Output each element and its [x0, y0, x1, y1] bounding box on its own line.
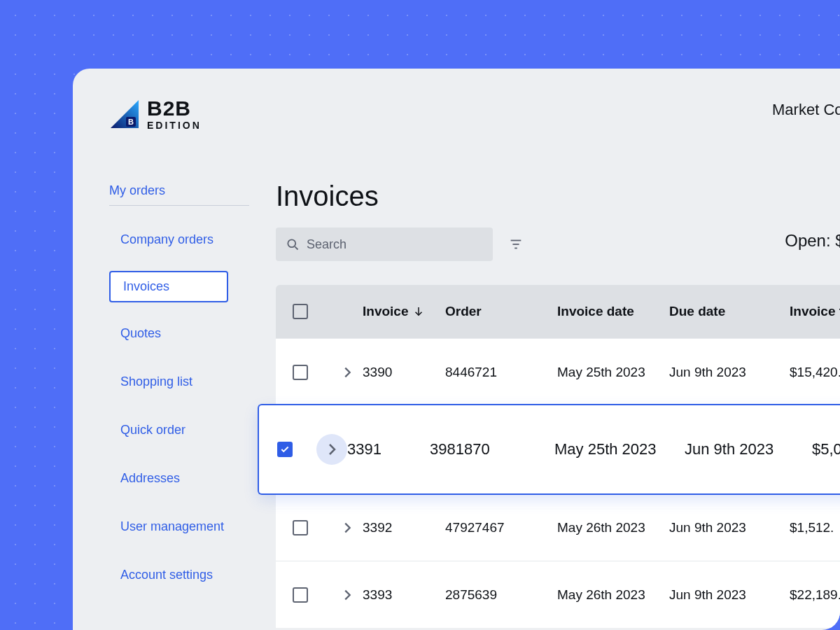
cell-order: 2875639 [445, 587, 557, 603]
column-order[interactable]: Order [445, 304, 557, 319]
brand-logo-icon: B [109, 99, 140, 130]
account-label: Market Consu [772, 101, 840, 119]
chevron-right-icon [340, 587, 355, 603]
table-row[interactable]: 3391 3981870 May 25th 2023 Jun 9th 2023 … [258, 404, 840, 495]
search-input[interactable]: Search [276, 227, 493, 261]
cell-due-date: Jun 9th 2023 [669, 587, 790, 603]
open-total-label: Open: $45, [785, 231, 840, 251]
cell-order: 8446721 [445, 365, 557, 380]
sidebar-item-my-orders[interactable]: My orders [109, 174, 249, 206]
table-row[interactable]: 3390 8446721 May 25th 2023 Jun 9th 2023 … [276, 338, 840, 405]
cell-total: $1,512. [790, 520, 840, 536]
expand-row-button[interactable] [332, 357, 363, 388]
sort-down-icon [412, 305, 425, 318]
brand-text-line1: B2B [147, 98, 202, 119]
column-invoice[interactable]: Invoice [363, 304, 445, 319]
cell-invoice-date: May 26th 2023 [557, 587, 669, 603]
filter-icon [508, 237, 524, 252]
brand-logo: B B2B EDITION [109, 98, 202, 130]
cell-due-date: Jun 9th 2023 [669, 365, 790, 380]
row-checkbox[interactable] [293, 520, 308, 536]
sidebar-item-addresses[interactable]: Addresses [109, 461, 228, 496]
filter-button[interactable] [508, 237, 524, 252]
cell-due-date: Jun 9th 2023 [669, 520, 790, 536]
cell-order: 3981870 [430, 440, 554, 458]
row-checkbox[interactable] [293, 587, 308, 603]
cell-total: $15,420. [790, 365, 840, 380]
cell-invoice: 3390 [363, 365, 445, 380]
column-invoice-date[interactable]: Invoice date [557, 304, 669, 319]
cell-invoice: 3393 [363, 587, 445, 603]
select-all-checkbox[interactable] [293, 304, 308, 319]
sidebar-item-company-orders[interactable]: Company orders [109, 223, 228, 257]
cell-invoice-date: May 25th 2023 [557, 365, 669, 380]
cell-due-date: Jun 9th 2023 [685, 440, 812, 458]
expand-row-button[interactable] [332, 580, 363, 610]
row-checkbox[interactable] [277, 442, 293, 457]
sidebar-item-quick-order[interactable]: Quick order [109, 413, 228, 447]
invoices-table: Invoice Order Invoice date Due date Invo… [276, 285, 840, 628]
cell-invoice-date: May 26th 2023 [557, 520, 669, 536]
sidebar-item-shopping-list[interactable]: Shopping list [109, 365, 228, 399]
cell-invoice-date: May 25th 2023 [554, 440, 685, 458]
expand-row-button[interactable] [316, 434, 347, 465]
sidebar-nav: My orders Company orders Invoices Quotes… [73, 69, 276, 630]
sidebar-item-account-settings[interactable]: Account settings [109, 558, 228, 592]
search-placeholder: Search [307, 237, 346, 252]
chevron-right-icon [323, 441, 340, 458]
chevron-right-icon [340, 520, 355, 536]
chevron-right-icon [340, 365, 355, 380]
table-row[interactable]: 3392 47927467 May 26th 2023 Jun 9th 2023… [276, 493, 840, 561]
svg-point-2 [288, 239, 295, 247]
cell-total: $5,00 [812, 440, 840, 458]
svg-text:B: B [128, 118, 134, 126]
table-row[interactable]: 3393 2875639 May 26th 2023 Jun 9th 2023 … [276, 561, 840, 628]
sidebar-item-user-management[interactable]: User management [109, 510, 235, 544]
sidebar-item-quotes[interactable]: Quotes [109, 316, 228, 351]
table-header: Invoice Order Invoice date Due date Invo… [276, 285, 840, 338]
sidebar-item-invoices[interactable]: Invoices [109, 271, 228, 302]
column-due-date[interactable]: Due date [669, 304, 790, 319]
page-title: Invoices [276, 181, 840, 212]
row-checkbox[interactable] [293, 365, 308, 380]
brand-text-line2: EDITION [147, 120, 202, 130]
search-icon [286, 237, 300, 251]
column-invoice-total[interactable]: Invoice t [790, 304, 840, 319]
expand-row-button[interactable] [332, 512, 363, 543]
cell-invoice: 3392 [363, 520, 445, 536]
main-content: Market Consu Invoices Search [276, 69, 840, 630]
app-card: B B2B EDITION My orders Company orders I… [73, 69, 840, 630]
svg-line-3 [295, 246, 298, 249]
cell-total: $22,189. [790, 587, 840, 603]
cell-order: 47927467 [445, 520, 557, 536]
cell-invoice: 3391 [347, 440, 430, 458]
